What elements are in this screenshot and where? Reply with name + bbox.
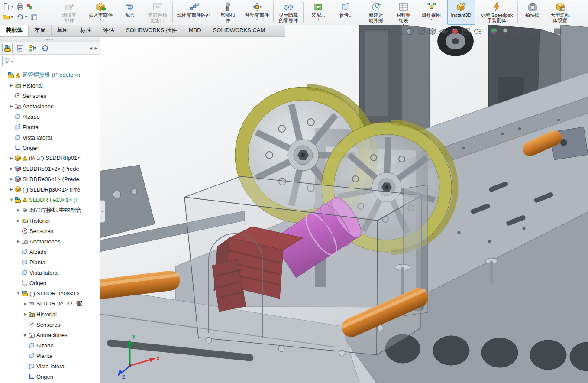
commandmanager-tab[interactable]: 标注	[74, 25, 97, 36]
tree-item[interactable]: ▶圆管焊接机 中的配合	[0, 205, 100, 215]
tree-item[interactable]: ▶SLDDRe06<1> (Prede	[0, 174, 100, 184]
expand-arrow-icon[interactable]: ▼	[9, 198, 14, 202]
tree-item[interactable]: Sensores	[0, 91, 100, 101]
tree-item[interactable]: ▶SLDDR IIe13 中配	[0, 299, 100, 309]
graphics-area[interactable]: Y X Z	[100, 25, 588, 383]
open-document-icon[interactable]	[2, 13, 10, 21]
tree-item[interactable]: ▼SLDDR IIe13<1> (F	[0, 195, 100, 205]
tree-item[interactable]: Vista lateral	[0, 267, 100, 278]
dropdown-caret-icon[interactable]: ▾	[25, 15, 29, 19]
view-settings-icon[interactable]	[472, 26, 483, 36]
commandmanager-tab[interactable]: SOLIDWORKS CAM	[207, 25, 271, 36]
expand-arrow-icon[interactable]: ▼	[16, 291, 21, 295]
cmd-bom-button[interactable]: 材料明细表▾	[390, 0, 417, 25]
tree-item[interactable]: Alzado	[0, 340, 100, 351]
shadows-icon[interactable]	[500, 26, 511, 36]
tree-item[interactable]: ▶Historial	[0, 309, 100, 319]
commandmanager-tab[interactable]: 装配体	[0, 25, 29, 36]
perspective-icon[interactable]	[511, 26, 522, 36]
tree-item[interactable]: Alzado	[0, 111, 100, 122]
new-document-icon[interactable]	[2, 2, 10, 11]
featuremanager-tab[interactable]	[2, 43, 13, 53]
tree-item[interactable]: ▶Historial	[0, 215, 100, 226]
expand-arrow-icon[interactable]: ▶	[23, 302, 28, 306]
cmd-assembly-features-button[interactable]: 装配...▾	[304, 0, 332, 25]
cmd-smart-fastener-button[interactable]: 智能扣件	[214, 0, 242, 25]
tree-item[interactable]: ▶SLDDRe01<2> (Prede	[0, 163, 100, 174]
section-view-icon[interactable]	[404, 26, 416, 36]
tree-item[interactable]: ▶(-) SLDDRp30<1> (Pre	[0, 184, 100, 195]
tree-item[interactable]: ▶AAnotaciones	[0, 236, 100, 247]
panel-nav-left-icon[interactable]: ◀	[90, 46, 92, 50]
cmd-exploded-view-button[interactable]: 爆炸视图▾	[417, 0, 445, 25]
panel-nav-right-icon[interactable]: ▶	[95, 46, 97, 50]
panel-grip[interactable]: ●●●	[0, 36, 100, 42]
cmd-large-assembly-button[interactable]: 大型装配体设置	[546, 0, 574, 25]
cmd-instant3d-button[interactable]: Instant3D	[447, 0, 475, 25]
tree-item[interactable]: ▶(固定) SLDDRIIp01<	[0, 153, 100, 163]
expand-arrow-icon[interactable]: ▶	[9, 104, 14, 108]
tree-item[interactable]: ▶AAnotaciones	[0, 101, 100, 111]
task-list-icon[interactable]	[29, 13, 38, 21]
tree-item[interactable]: Sensores	[0, 319, 100, 330]
tree-item[interactable]: ▼(-) SLDDR IIe08<1>	[0, 288, 100, 299]
tree-item[interactable]: Origen	[0, 371, 100, 382]
cmd-motion-study-button[interactable]: 新建运动算例	[362, 0, 390, 25]
dropdown-caret-icon[interactable]: ▾	[11, 5, 15, 9]
cmd-reference-button[interactable]: 参考...▾	[332, 0, 360, 25]
dropdown-caret-icon[interactable]: ▾	[11, 15, 15, 19]
tree-item[interactable]: 圆管焊接机 (Predeterm	[0, 70, 100, 80]
zoom-fit-icon[interactable]	[382, 26, 393, 36]
display-style-icon[interactable]	[427, 26, 438, 36]
tree-item[interactable]: Alzado	[0, 247, 100, 257]
tree-item[interactable]: ▶Historial	[0, 80, 100, 91]
expand-arrow-icon[interactable]: ▶	[23, 333, 28, 337]
commandmanager-tab[interactable]: SOLIDWORKS 插件	[120, 25, 183, 36]
filter-caret-icon[interactable]: ▾	[11, 59, 13, 63]
expand-arrow-icon[interactable]: ▶	[9, 83, 14, 88]
propertymanager-tab[interactable]	[15, 43, 25, 53]
cmd-snapshot-button[interactable]: 拍快照	[519, 0, 546, 25]
edit-appearance-icon[interactable]	[449, 26, 461, 36]
expand-arrow-icon[interactable]: ▶	[16, 218, 21, 223]
expand-arrow-icon[interactable]: ▶	[9, 156, 14, 160]
commandmanager-tab[interactable]: MBD	[183, 25, 207, 36]
cmd-show-hidden-button[interactable]: 显示隐藏的零部件	[275, 0, 302, 25]
undo-icon[interactable]	[16, 13, 24, 21]
commandmanager-tab[interactable]: 评估	[97, 25, 120, 36]
display-pane-icon[interactable]	[552, 26, 563, 36]
commandmanager-tab[interactable]: 草图	[52, 25, 74, 36]
tree-item[interactable]: Vista lateral	[0, 132, 100, 143]
expand-arrow-icon[interactable]: ▶	[16, 239, 21, 243]
camera-icon[interactable]	[522, 26, 533, 36]
expand-arrow-icon[interactable]: ▶	[16, 208, 21, 212]
cmd-mate-button[interactable]: 配合	[116, 0, 144, 25]
tree-item[interactable]: Sensores	[0, 226, 100, 236]
configurationmanager-tab[interactable]	[27, 43, 38, 53]
tree-item[interactable]: ▶AAnotaciones	[0, 330, 100, 340]
hide-show-items-icon[interactable]	[438, 26, 449, 36]
zoom-area-icon[interactable]	[393, 26, 404, 36]
view-orientation-icon[interactable]	[416, 26, 427, 36]
commandmanager-tab[interactable]: 布局	[29, 25, 52, 36]
protective-enclosure[interactable]	[184, 176, 422, 356]
performance-icon[interactable]	[25, 2, 34, 11]
tree-item[interactable]: Planta	[0, 257, 100, 267]
apply-scene-icon[interactable]	[461, 26, 472, 36]
tree-item[interactable]: Planta	[0, 351, 100, 361]
expand-arrow-icon[interactable]: ▶	[9, 177, 14, 181]
cmd-insert-component-button[interactable]: 插入零部件▾	[85, 0, 116, 25]
expand-arrow-icon[interactable]: ▶	[9, 166, 14, 171]
cmd-linear-pattern-button[interactable]: 线性零部件阵列▾	[174, 0, 214, 25]
expand-arrow-icon[interactable]: ▶	[23, 312, 28, 316]
tree-item[interactable]: Origen	[0, 278, 100, 288]
realview-icon[interactable]	[488, 26, 500, 36]
expand-arrow-icon[interactable]: ▶	[9, 187, 14, 192]
cmd-speedpak-button[interactable]: 更新 Speedpak子装配体	[477, 0, 517, 25]
print-icon[interactable]	[16, 2, 24, 11]
tree-item[interactable]: Planta	[0, 122, 100, 132]
tree-item[interactable]: Vista lateral	[0, 361, 100, 371]
panel-splitter[interactable]: ◂	[100, 200, 105, 223]
cmd-move-component-button[interactable]: 移动零部件▾	[242, 0, 272, 25]
tree-item[interactable]: Origen	[0, 143, 100, 153]
